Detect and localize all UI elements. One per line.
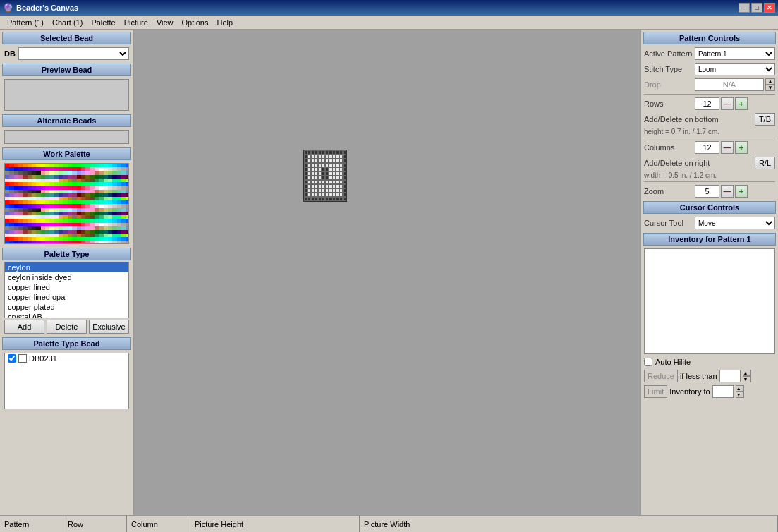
stitch-type-row: Stitch Type Loom Peyote Brick: [641, 61, 778, 77]
add-palette-button[interactable]: Add: [4, 320, 44, 334]
selected-bead-row: DB: [0, 46, 133, 61]
active-pattern-label: Active Pattern: [644, 49, 693, 58]
exclusive-palette-button[interactable]: Exclusive: [89, 320, 129, 334]
db-label: DB: [4, 49, 16, 58]
maximize-button[interactable]: □: [751, 3, 762, 13]
status-column-label: Column: [131, 520, 158, 528]
stitch-type-dropdown[interactable]: Loom Peyote Brick: [695, 63, 775, 75]
auto-hilite-row: Auto Hilite: [641, 356, 778, 368]
reduce-row: Reduce if less than ▲ ▼: [641, 368, 778, 384]
palette-list-item[interactable]: crystal AB: [5, 312, 128, 318]
columns-plus-button[interactable]: +: [735, 141, 748, 154]
bead-checkbox[interactable]: [8, 354, 16, 363]
reduce-spin-up[interactable]: ▲: [743, 370, 751, 376]
zoom-input[interactable]: [695, 185, 719, 198]
limit-input[interactable]: [712, 385, 734, 398]
palette-type-bead-title: Palette Type Bead: [2, 337, 131, 350]
palette-list-item[interactable]: ceylon inside dyed: [5, 272, 128, 282]
menu-picture[interactable]: Picture: [120, 17, 152, 28]
cursor-controls-title: Cursor Controls: [643, 201, 776, 214]
stitch-type-label: Stitch Type: [644, 65, 693, 73]
work-palette-title: Work Palette: [2, 147, 131, 160]
bead-dropdown[interactable]: [18, 47, 129, 60]
inventory-box: [644, 248, 775, 354]
columns-input[interactable]: [695, 141, 719, 154]
palette-type-title: Palette Type: [2, 248, 131, 260]
app-icon: 🔮: [3, 3, 13, 13]
palette-list-item[interactable]: ceylon: [5, 262, 128, 272]
tb-button[interactable]: T/B: [755, 113, 775, 126]
center-canvas[interactable]: [134, 30, 640, 515]
limit-spin-up[interactable]: ▲: [736, 385, 744, 392]
columns-row: Columns — +: [641, 140, 778, 155]
delete-palette-button[interactable]: Delete: [47, 320, 87, 334]
minimize-button[interactable]: —: [739, 3, 750, 13]
width-info: width = 0.5 in. / 1.2 cm.: [641, 171, 778, 180]
main-layout: Selected Bead DB Preview Bead Alternate …: [0, 30, 778, 515]
cursor-tool-row: Cursor Tool Move Draw Erase Fill Select: [641, 215, 778, 231]
zoom-row: Zoom — +: [641, 183, 778, 199]
palette-type-bead-list[interactable]: DB0231: [4, 353, 129, 409]
palette-list-item[interactable]: copper lined opal: [5, 292, 128, 302]
menu-chart[interactable]: Chart (1): [48, 17, 87, 28]
active-pattern-dropdown[interactable]: Pattern 1: [695, 47, 775, 60]
palette-list[interactable]: ceylon ceylon inside dyed copper lined c…: [4, 262, 129, 318]
status-row-label: Row: [68, 520, 83, 528]
palette-list-item[interactable]: copper lined: [5, 282, 128, 292]
preview-bead-box: [4, 79, 129, 111]
rows-plus-button[interactable]: +: [735, 97, 748, 110]
statusbar: Pattern Row Column Picture Height Pictur…: [0, 515, 778, 532]
titlebar: 🔮 Beader's Canvas — □ ✕: [0, 0, 778, 16]
zoom-label: Zoom: [644, 187, 693, 195]
active-pattern-row: Active Pattern Pattern 1: [641, 46, 778, 61]
add-delete-rows-row: Add/Delete on bottom T/B: [641, 111, 778, 127]
cursor-tool-label: Cursor Tool: [644, 219, 693, 227]
rows-minus-button[interactable]: —: [721, 97, 734, 110]
status-picture-width: Picture Width: [360, 516, 778, 532]
status-column: Column: [127, 516, 190, 532]
limit-spin: ▲ ▼: [736, 385, 744, 398]
cursor-tool-dropdown[interactable]: Move Draw Erase Fill Select: [695, 217, 775, 229]
menubar: Pattern (1) Chart (1) Palette Picture Vi…: [0, 16, 778, 30]
bead-grid: [303, 150, 347, 202]
right-panel: Pattern Controls Active Pattern Pattern …: [640, 30, 778, 515]
work-palette-image: [4, 163, 129, 244]
zoom-minus-button[interactable]: —: [721, 185, 734, 198]
if-less-than-label: if less than: [680, 372, 717, 380]
reduce-button[interactable]: Reduce: [644, 370, 678, 382]
menu-pattern[interactable]: Pattern (1): [3, 17, 48, 28]
palette-list-item[interactable]: copper plated: [5, 302, 128, 312]
status-picture-height: Picture Height: [190, 516, 360, 532]
bead-item: DB0231: [5, 353, 128, 363]
menu-palette[interactable]: Palette: [87, 17, 119, 28]
columns-label: Columns: [644, 143, 693, 152]
menu-view[interactable]: View: [152, 17, 178, 28]
canvas-bg: [134, 30, 640, 515]
drop-spin-up[interactable]: ▲: [765, 78, 775, 85]
limit-spin-down[interactable]: ▼: [736, 392, 744, 398]
status-pattern-label: Pattern: [4, 520, 29, 528]
zoom-plus-button[interactable]: +: [735, 185, 748, 198]
rows-label: Rows: [644, 99, 693, 108]
columns-minus-button[interactable]: —: [721, 141, 734, 154]
menu-options[interactable]: Options: [178, 17, 213, 28]
drop-row: Drop ▲ ▼: [641, 77, 778, 92]
rl-button[interactable]: R/L: [755, 157, 775, 169]
limit-button[interactable]: Limit: [644, 385, 667, 398]
rows-input[interactable]: [695, 97, 719, 110]
menu-help[interactable]: Help: [212, 17, 237, 28]
alternate-beads-title: Alternate Beads: [2, 114, 131, 127]
drop-spin-down[interactable]: ▼: [765, 85, 775, 91]
bead-color-box: [18, 354, 27, 363]
add-delete-cols-label: Add/Delete on: [644, 159, 693, 167]
reduce-input[interactable]: [719, 370, 741, 382]
close-button[interactable]: ✕: [764, 3, 775, 13]
auto-hilite-label: Auto Hilite: [655, 358, 691, 366]
add-delete-rows-label: Add/Delete on: [644, 115, 693, 123]
preview-bead-title: Preview Bead: [2, 64, 131, 76]
auto-hilite-checkbox[interactable]: [644, 358, 652, 366]
pattern-controls-title: Pattern Controls: [643, 32, 776, 44]
drop-label: Drop: [644, 80, 693, 89]
reduce-spin-down[interactable]: ▼: [743, 376, 751, 382]
drop-input[interactable]: [695, 78, 764, 91]
